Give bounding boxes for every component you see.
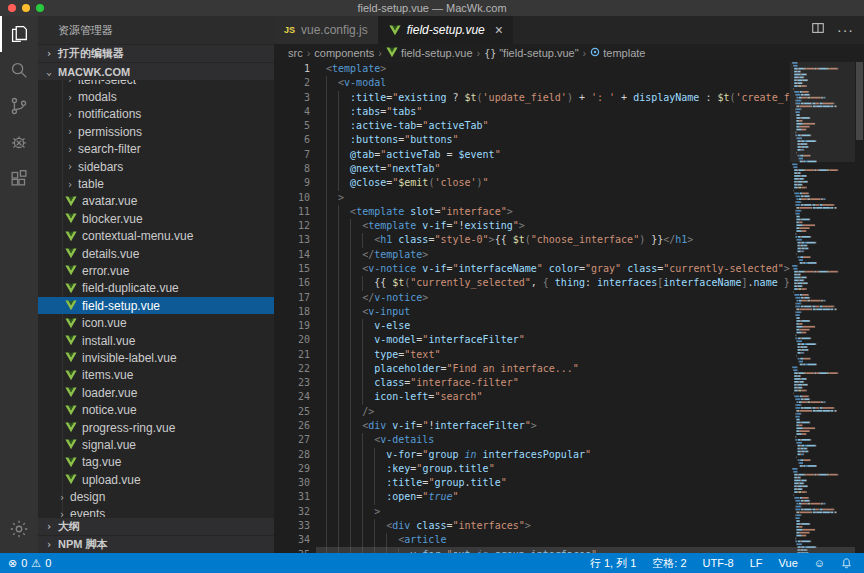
code-line-11[interactable]: 11 <template slot="interface"> [274,205,864,219]
tree-folder-table[interactable]: ›table [38,175,274,192]
tree-folder-events[interactable]: ›events [38,506,274,517]
breadcrumb-item-field-setup.vue[interactable]: field-setup.vue [386,47,473,60]
code-line-8[interactable]: 8 @next="nextTab" [274,162,864,176]
tree-file-tag.vue[interactable]: tag.vue [38,454,274,471]
code-line-27[interactable]: 27 <v-details [274,433,864,447]
tree-folder-sidebars[interactable]: ›sidebars [38,158,274,175]
tab-field-setup-vue[interactable]: field-setup.vue × [379,16,513,44]
code-line-31[interactable]: 31 :open="true" [274,490,864,504]
code-line-10[interactable]: 10 > [274,191,864,205]
outline-section[interactable]: › 大纲 [38,517,274,535]
code-line-26[interactable]: 26 <div v-if="!interfaceFilter"> [274,419,864,433]
indent-guide [326,233,374,247]
tree-folder-search-filter[interactable]: ›search-filter [38,141,274,158]
breadcrumb-item-template[interactable]: template [590,47,645,59]
tree-folder-design[interactable]: ›design [38,488,274,505]
feedback-smiley-icon[interactable]: ☺ [814,557,825,569]
code-line-23[interactable]: 23 class="interface-filter" [274,376,864,390]
tree-file-loader.vue[interactable]: loader.vue [38,384,274,401]
breadcrumb-item-field-setup.vue[interactable]: {}"field-setup.vue" [484,47,578,59]
workspace-section[interactable]: ⌄ MACWK.COM [38,62,274,80]
code-line-2[interactable]: 2 <v-modal [274,76,864,90]
code-line-21[interactable]: 21 type="text" [274,348,864,362]
language-mode[interactable]: Vue [779,557,798,569]
breadcrumb-item-components[interactable]: components [314,47,374,59]
code-line-3[interactable]: 3 :title="existing ? $t('update_field') … [274,91,864,105]
code-line-6[interactable]: 6 :buttons="buttons" [274,133,864,147]
horizontal-scrollbar[interactable] [316,546,855,553]
settings-gear-icon[interactable] [0,511,38,547]
tree-file-icon.vue[interactable]: icon.vue [38,314,274,331]
code-line-20[interactable]: 20 v-model="interfaceFilter" [274,333,864,347]
code-line-4[interactable]: 4 :tabs="tabs" [274,105,864,119]
tree-file-signal.vue[interactable]: signal.vue [38,436,274,453]
tree-file-invisible-label.vue[interactable]: invisible-label.vue [38,349,274,366]
activity-explorer-icon[interactable] [0,16,38,52]
tree-file-field-duplicate.vue[interactable]: field-duplicate.vue [38,280,274,297]
activity-search-icon[interactable] [0,52,38,88]
npm-scripts-section[interactable]: › NPM 脚本 [38,535,274,553]
tree-file-avatar.vue[interactable]: avatar.vue [38,193,274,210]
code-line-5[interactable]: 5 :active-tab="activeTab" [274,119,864,133]
code-line-17[interactable]: 17 </v-notice> [274,291,864,305]
close-tab-icon[interactable]: × [495,23,503,37]
code-line-22[interactable]: 22 placeholder="Find an interface..." [274,362,864,376]
code-line-1[interactable]: 1<template> [274,62,864,76]
activity-source-control-icon[interactable] [0,88,38,124]
tree-file-upload.vue[interactable]: upload.vue [38,471,274,488]
tree-file-contextual-menu.vue[interactable]: contextual-menu.vue [38,228,274,245]
encoding-setting[interactable]: UTF-8 [703,557,734,569]
cursor-position[interactable]: 行 1, 列 1 [590,556,636,571]
code-line-29[interactable]: 29 :key="group.title" [274,462,864,476]
code-line-16[interactable]: 16 {{ $t("currently_selected", { thing: … [274,276,864,290]
minimize-window-button[interactable] [22,4,30,12]
vertical-scrollbar-slider[interactable] [856,62,863,140]
tree-file-install.vue[interactable]: install.vue [38,332,274,349]
tree-file-notice.vue[interactable]: notice.vue [38,401,274,418]
tab-vue-config-js[interactable]: JS vue.config.js [274,16,379,44]
split-editor-icon[interactable] [811,21,825,39]
notifications-bell-icon[interactable] [841,557,852,569]
tree-folder-modals[interactable]: ›modals [38,88,274,105]
activity-debug-icon[interactable] [0,124,38,160]
code-editor[interactable]: 1<template>2 <v-modal3 :title="existing … [274,62,864,553]
zoom-window-button[interactable] [36,4,44,12]
code-line-7[interactable]: 7 @tab="activeTab = $event" [274,148,864,162]
tree-folder-notifications[interactable]: ›notifications [38,106,274,123]
code-line-30[interactable]: 30 :title="group.title" [274,476,864,490]
tree-folder-item-select[interactable]: ›item-select [38,80,274,88]
code-line-14[interactable]: 14 </template> [274,248,864,262]
minimap-viewport[interactable] [790,62,855,162]
breadcrumb-item-src[interactable]: src [288,47,303,59]
tree-file-blocker.vue[interactable]: blocker.vue [38,210,274,227]
vertical-scrollbar[interactable] [855,62,864,553]
code-line-28[interactable]: 28 v-for="group in interfacesPopular" [274,448,864,462]
window-titlebar[interactable]: field-setup.vue — MacWk.com [0,0,864,16]
code-line-25[interactable]: 25 /> [274,405,864,419]
minimap[interactable] [790,62,855,553]
indent-guide [326,319,374,333]
code-line-33[interactable]: 33 <div class="interfaces"> [274,519,864,533]
more-actions-icon[interactable]: ··· [837,22,854,38]
activity-extensions-icon[interactable] [0,160,38,196]
tree-folder-permissions[interactable]: ›permissions [38,123,274,140]
tree-file-details.vue[interactable]: details.vue [38,245,274,262]
code-line-9[interactable]: 9 @close="$emit('close')" [274,176,864,190]
tree-file-field-setup.vue[interactable]: field-setup.vue [38,297,274,314]
tree-file-error.vue[interactable]: error.vue [38,262,274,279]
tree-file-items.vue[interactable]: items.vue [38,367,274,384]
eol-setting[interactable]: LF [750,557,763,569]
tree-file-progress-ring.vue[interactable]: progress-ring.vue [38,419,274,436]
open-editors-section[interactable]: › 打开的编辑器 [38,44,274,62]
code-line-15[interactable]: 15 <v-notice v-if="interfaceName" color=… [274,262,864,276]
indentation-setting[interactable]: 空格: 2 [652,556,686,571]
code-line-32[interactable]: 32 > [274,505,864,519]
close-window-button[interactable] [8,4,16,12]
code-line-24[interactable]: 24 icon-left="search" [274,390,864,404]
code-line-13[interactable]: 13 <h1 class="style-0">{{ $t("choose_int… [274,233,864,247]
chevron-right-icon: › [65,144,75,155]
code-line-12[interactable]: 12 <template v-if="!existing"> [274,219,864,233]
code-line-18[interactable]: 18 <v-input [274,305,864,319]
problems-indicator[interactable]: ⊗ 0 ⚠ 0 [8,557,51,570]
code-line-19[interactable]: 19 v-else [274,319,864,333]
